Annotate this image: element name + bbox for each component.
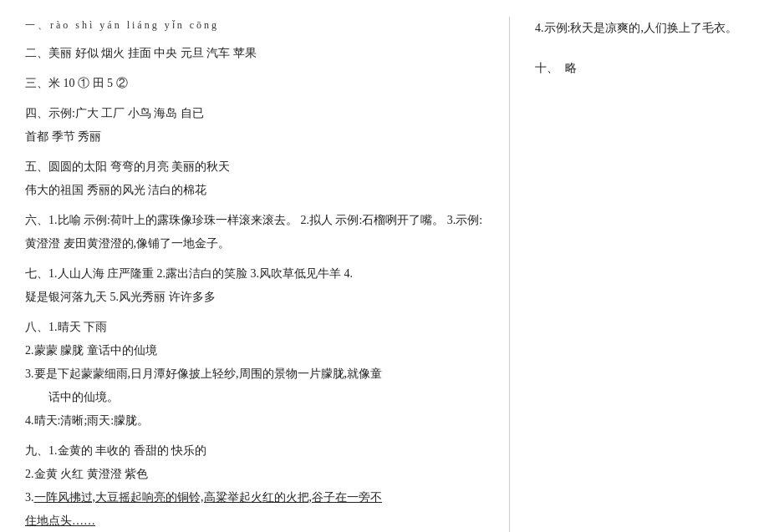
section-4: 四、示例:广大 工厂 小鸟 海岛 自已 首都 季节 秀丽: [25, 102, 492, 149]
section-7-label: 七、: [25, 267, 48, 280]
section-2-text: 美丽 好似 烟火 挂面 中央 元旦 汽车 苹果: [48, 47, 257, 59]
right-section-10-label: 十、: [535, 62, 558, 74]
section-8-line2-text: 2.蒙蒙 朦胧 童话中的仙境: [25, 344, 157, 357]
section-2: 二、美丽 好似 烟火 挂面 中央 元旦 汽车 苹果: [25, 42, 492, 65]
section-8-line3-text: 3.要是下起蒙蒙细雨,日月潭好像披上轻纱,周围的景物一片朦胧,就像童: [25, 367, 382, 380]
section-9-line3-label: 3.: [25, 491, 34, 504]
section-4-label: 四、: [25, 107, 48, 119]
section-4-line2: 首都 季节 秀丽: [25, 125, 492, 149]
section-8-line5: 4.晴天:清晰;雨天:朦胧。: [25, 409, 492, 433]
section-8-line3: 3.要是下起蒙蒙细雨,日月潭好像披上轻纱,周围的景物一片朦胧,就像童: [25, 362, 492, 386]
section-6-content: 六、1.比喻 示例:荷叶上的露珠像珍珠一样滚来滚去。 2.拟人 示例:石榴咧开了…: [25, 209, 492, 256]
section-8-line1: 八、1.晴天 下雨: [25, 316, 492, 339]
page-container: 一、rào shì yán liáng yǐn cōng 二、美丽 好似 烟火 …: [0, 0, 769, 532]
right-column: 4.示例:秋天是凉爽的,人们换上了毛衣。 十、略: [510, 17, 744, 532]
section-6: 六、1.比喻 示例:荷叶上的露珠像珍珠一样滚来滚去。 2.拟人 示例:石榴咧开了…: [25, 209, 492, 256]
section-4-line2-text: 首都 季节 秀丽: [25, 130, 101, 143]
section-8-line4: 话中的仙境。: [25, 386, 492, 409]
section-5-label: 五、: [25, 160, 48, 173]
section-6-text: 1.比喻 示例:荷叶上的露珠像珍珠一样滚来滚去。 2.拟人 示例:石榴咧开了嘴。…: [25, 214, 482, 250]
left-column: 一、rào shì yán liáng yǐn cōng 二、美丽 好似 烟火 …: [25, 17, 510, 532]
section-9-label: 九、: [25, 444, 48, 457]
section-3: 三、米 10 ① 田 5 ②: [25, 72, 492, 95]
section-3-content: 三、米 10 ① 田 5 ②: [25, 72, 492, 95]
section-6-label: 六、: [25, 214, 48, 226]
section-5-line2: 伟大的祖国 秀丽的风光 洁白的棉花: [25, 179, 492, 202]
section-8-line5-text: 4.晴天:清晰;雨天:朦胧。: [25, 414, 149, 427]
section-5: 五、圆圆的太阳 弯弯的月亮 美丽的秋天 伟大的祖国 秀丽的风光 洁白的棉花: [25, 155, 492, 202]
section-7-line2-text: 疑是银河落九天 5.风光秀丽 许许多多: [25, 291, 216, 303]
right-section-10-content: 十、略: [535, 57, 744, 80]
section-7-content: 1.人山人海 庄严隆重 2.露出洁白的笑脸 3.风吹草低见牛羊 4.: [48, 267, 353, 280]
section-9: 九、1.金黄的 丰收的 香甜的 快乐的 2.金黄 火红 黄澄澄 紫色 3.一阵风…: [25, 439, 492, 532]
section-9-line3: 3.一阵风拂过,大豆摇起响亮的铜铃,高粱举起火红的火把,谷子在一旁不: [25, 486, 492, 509]
section-3-label: 三、: [25, 77, 48, 89]
section-3-text: 米 10 ① 田 5 ②: [48, 77, 128, 89]
right-section-4-label: 4.: [535, 22, 544, 34]
section-9-line4-underline: 住地点头……: [25, 514, 95, 527]
section-5-line1: 五、圆圆的太阳 弯弯的月亮 美丽的秋天: [25, 155, 492, 179]
section-9-line4: 住地点头……: [25, 509, 492, 532]
section-8-line2: 2.蒙蒙 朦胧 童话中的仙境: [25, 339, 492, 362]
section-1-pinyin: 一、rào shì yán liáng yǐn cōng: [25, 17, 492, 35]
section-9-line2: 2.金黄 火红 黄澄澄 紫色: [25, 463, 492, 486]
section-2-label: 二、: [25, 47, 48, 59]
section-7-line1: 七、1.人山人海 庄严隆重 2.露出洁白的笑脸 3.风吹草低见牛羊 4.: [25, 262, 492, 286]
section-2-content: 二、美丽 好似 烟火 挂面 中央 元旦 汽车 苹果: [25, 42, 492, 65]
section-4-content: 示例:广大 工厂 小鸟 海岛 自已: [48, 107, 204, 119]
section-5-content: 圆圆的太阳 弯弯的月亮 美丽的秋天: [48, 160, 230, 173]
section-9-content: 1.金黄的 丰收的 香甜的 快乐的: [48, 444, 206, 457]
right-section-10-text: 略: [565, 62, 577, 74]
section-8-label: 八、: [25, 321, 48, 333]
section-5-line2-text: 伟大的祖国 秀丽的风光 洁白的棉花: [25, 184, 206, 196]
section-8: 八、1.晴天 下雨 2.蒙蒙 朦胧 童话中的仙境 3.要是下起蒙蒙细雨,日月潭好…: [25, 316, 492, 433]
section-7: 七、1.人山人海 庄严隆重 2.露出洁白的笑脸 3.风吹草低见牛羊 4. 疑是银…: [25, 262, 492, 309]
section-9-line1: 九、1.金黄的 丰收的 香甜的 快乐的: [25, 439, 492, 463]
right-section-4-content: 4.示例:秋天是凉爽的,人们换上了毛衣。: [535, 17, 744, 40]
section-7-line2: 疑是银河落九天 5.风光秀丽 许许多多: [25, 286, 492, 309]
right-section-4-text: 示例:秋天是凉爽的,人们换上了毛衣。: [544, 22, 737, 34]
section-8-line4-text: 话中的仙境。: [48, 391, 119, 403]
right-section-10: 十、略: [535, 57, 744, 80]
section-9-line3-underline: 一阵风拂过,大豆摇起响亮的铜铃,高粱举起火红的火把,谷子在一旁不: [34, 491, 383, 504]
section-4-line1: 四、示例:广大 工厂 小鸟 海岛 自已: [25, 102, 492, 125]
section-9-line2-text: 2.金黄 火红 黄澄澄 紫色: [25, 468, 148, 480]
section-8-content: 1.晴天 下雨: [48, 321, 107, 333]
section-1: 一、rào shì yán liáng yǐn cōng: [25, 17, 492, 35]
right-section-4: 4.示例:秋天是凉爽的,人们换上了毛衣。: [535, 17, 744, 40]
